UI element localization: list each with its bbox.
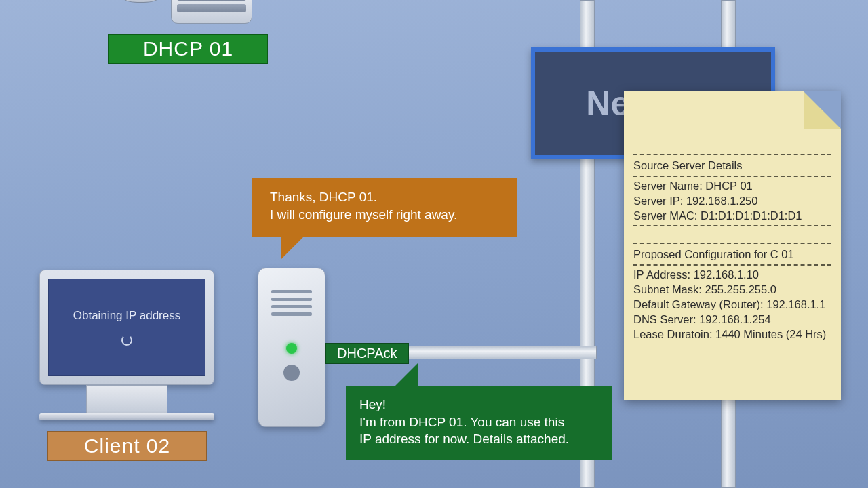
note-row: Subnet Mask: 255.255.255.0 [633, 282, 831, 297]
led-grey-icon [283, 365, 300, 381]
client-computer: Obtaining IP address Client 02 [39, 270, 214, 461]
bubble-line: Thanks, DHCP 01. [270, 188, 499, 206]
client-speech-bubble: Thanks, DHCP 01. I will configure myself… [252, 178, 517, 237]
bubble-line: IP address for now. Details attached. [359, 430, 598, 448]
bubble-line: Hey! [359, 396, 598, 413]
dhcp-ack-tag: DHCPAck [326, 343, 409, 364]
note-row: Server IP: 192.168.1.250 [633, 193, 831, 208]
loading-spinner-icon [121, 335, 132, 346]
monitor-base [39, 413, 214, 420]
note-row: Default Gateway (Router): 192.168.1.1 [633, 297, 831, 312]
monitor-icon: Obtaining IP address [39, 270, 214, 385]
note-section-title: Source Server Details [633, 157, 831, 174]
note-row: IP Address: 192.168.1.10 [633, 267, 831, 282]
monitor-stand [86, 385, 167, 413]
monitor-screen: Obtaining IP address [48, 279, 205, 376]
note-row: Lease Duratoin: 1440 Minutes (24 Hrs) [633, 327, 831, 342]
note-row: Server Name: DHCP 01 [633, 178, 831, 193]
led-green-icon [286, 343, 297, 354]
device-leds [283, 343, 300, 381]
note-row: DNS Server: 192.168.1.254 [633, 312, 831, 327]
details-note: Source Server Details Server Name: DHCP … [624, 92, 841, 400]
server-unit-icon [171, 0, 252, 24]
bubble-line: I'm from DHCP 01. You can use this [359, 413, 598, 431]
screen-status-text: Obtaining IP address [73, 309, 180, 323]
bubble-line: I will configure myself right away. [270, 206, 499, 224]
note-section-title: Proposed Configuration for C 01 [633, 245, 831, 263]
server-speech-bubble: Hey! I'm from DHCP 01. You can use this … [346, 386, 612, 460]
note-row: Server MAC: D1:D1:D1:D1:D1:D1 [633, 208, 831, 223]
device-vents [271, 290, 312, 316]
dhcp-server-label: DHCP 01 [108, 34, 268, 64]
router-device-icon [258, 268, 326, 427]
note-fold-icon [804, 92, 841, 129]
client-label: Client 02 [47, 431, 207, 461]
